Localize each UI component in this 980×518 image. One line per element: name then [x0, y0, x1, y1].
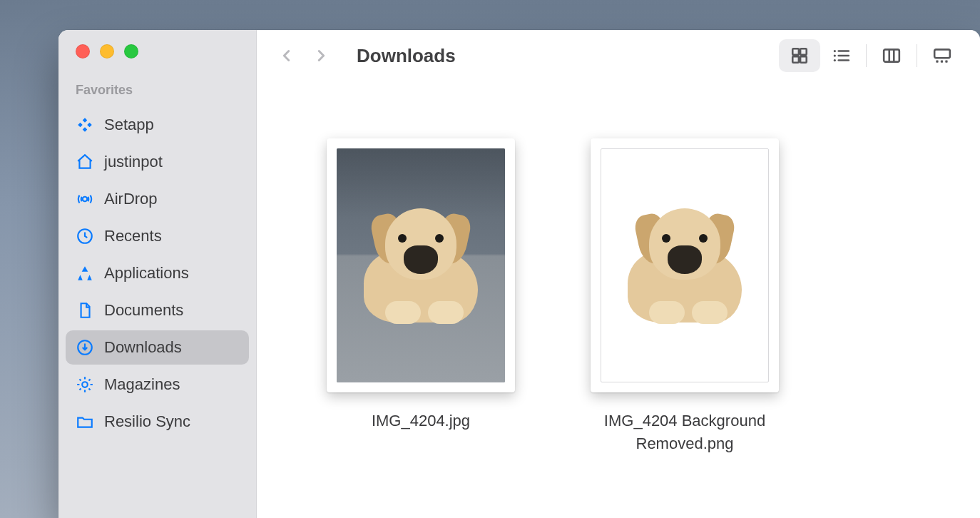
sidebar-item-documents[interactable]: Documents — [66, 293, 249, 327]
airdrop-icon — [76, 190, 94, 208]
gallery-view-button[interactable] — [922, 39, 963, 72]
svg-point-8 — [834, 50, 836, 52]
file-thumbnail — [327, 138, 515, 392]
sidebar-item-label: justinpot — [104, 153, 163, 171]
apps-icon — [76, 264, 94, 283]
svg-point-12 — [834, 59, 836, 61]
sidebar-item-label: Documents — [104, 301, 183, 320]
setapp-icon — [76, 116, 94, 134]
close-window-button[interactable] — [76, 44, 90, 59]
svg-rect-5 — [800, 49, 807, 55]
view-separator — [866, 44, 867, 67]
view-switcher — [779, 39, 963, 72]
sidebar-favorites-header: Favorites — [58, 78, 256, 105]
svg-point-10 — [834, 54, 836, 56]
svg-rect-7 — [800, 56, 807, 63]
back-button[interactable] — [270, 39, 304, 73]
sidebar-item-label: Setapp — [104, 116, 154, 134]
thumbnail-image-png — [601, 148, 769, 382]
main-content: Downloads — [257, 30, 980, 518]
sidebar: Favorites Setapp justinpot AirDrop Recen… — [58, 30, 257, 518]
sidebar-item-label: AirDrop — [104, 190, 158, 208]
sidebar-item-magazines[interactable]: Magazines — [66, 367, 249, 402]
svg-rect-20 — [945, 61, 947, 63]
file-name-label: IMG_4204.jpg — [372, 410, 470, 432]
sidebar-item-applications[interactable]: Applications — [66, 256, 249, 290]
minimize-window-button[interactable] — [100, 44, 114, 59]
file-name-label: IMG_4204 Background Removed.png — [585, 410, 785, 455]
sidebar-item-label: Applications — [104, 264, 189, 283]
file-item[interactable]: IMG_4204 Background Removed.png — [585, 138, 785, 455]
forward-button[interactable] — [304, 39, 338, 73]
clock-icon — [76, 227, 94, 245]
document-icon — [76, 301, 94, 320]
finder-window: Favorites Setapp justinpot AirDrop Recen… — [58, 30, 980, 518]
gear-icon — [76, 375, 94, 394]
file-thumbnail — [591, 138, 779, 392]
svg-rect-4 — [792, 49, 799, 55]
file-item[interactable]: IMG_4204.jpg — [321, 138, 521, 432]
svg-rect-14 — [884, 49, 899, 61]
thumbnail-image-jpg — [337, 148, 505, 382]
svg-rect-17 — [934, 49, 950, 58]
svg-point-3 — [82, 382, 88, 387]
files-grid: IMG_4204.jpg IMG_4204 — [257, 81, 980, 518]
fullscreen-window-button[interactable] — [124, 44, 138, 59]
svg-point-0 — [83, 197, 88, 202]
view-separator — [917, 44, 917, 67]
folder-title: Downloads — [357, 45, 779, 67]
svg-rect-19 — [941, 61, 943, 63]
list-view-button[interactable] — [820, 39, 862, 72]
home-icon — [76, 153, 94, 171]
download-icon — [76, 338, 94, 357]
sidebar-item-resilio-sync[interactable]: Resilio Sync — [66, 405, 249, 439]
sidebar-item-airdrop[interactable]: AirDrop — [66, 182, 249, 216]
sidebar-item-label: Recents — [104, 227, 162, 245]
sidebar-item-label: Resilio Sync — [104, 412, 190, 431]
sidebar-item-recents[interactable]: Recents — [66, 219, 249, 253]
sidebar-item-label: Downloads — [104, 338, 182, 357]
sidebar-item-setapp[interactable]: Setapp — [66, 108, 249, 142]
sidebar-item-downloads[interactable]: Downloads — [66, 330, 249, 365]
sidebar-item-label: Magazines — [104, 375, 180, 394]
window-controls — [58, 44, 256, 78]
folder-icon — [76, 412, 94, 431]
svg-rect-18 — [936, 61, 938, 63]
icon-view-button[interactable] — [779, 39, 820, 72]
toolbar: Downloads — [257, 30, 980, 81]
sidebar-item-home[interactable]: justinpot — [66, 145, 249, 179]
column-view-button[interactable] — [871, 39, 912, 72]
svg-rect-6 — [792, 56, 799, 63]
